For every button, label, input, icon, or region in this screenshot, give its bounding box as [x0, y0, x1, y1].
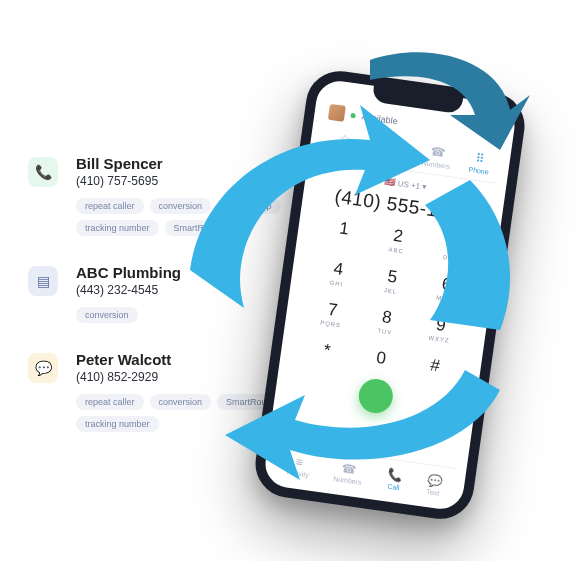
- bottom-tab-activity[interactable]: ≡Activity: [286, 454, 311, 479]
- nav-label: Text: [426, 488, 440, 497]
- message-icon: 💬: [28, 353, 58, 383]
- tab-label: Contacts: [376, 153, 404, 164]
- key-digit: 1: [316, 215, 373, 242]
- chevron-down-icon: ▾: [422, 182, 427, 191]
- flag-us-icon: 🇺🇸: [384, 176, 396, 187]
- key-1[interactable]: 1: [315, 215, 373, 249]
- tab-icon: ⠿: [469, 150, 491, 167]
- status-label: Available: [361, 111, 398, 126]
- call-log-item[interactable]: ▤ABC Plumbing(443) 232-4545conversion: [76, 264, 306, 323]
- key-#[interactable]: #: [407, 352, 464, 380]
- tag[interactable]: SmartRouter: [165, 220, 234, 236]
- call-log-item[interactable]: 📞Bill Spencer(410) 757-56952:4repeat cal…: [76, 155, 306, 236]
- caller-name: Bill Spencer: [76, 155, 306, 172]
- tab-icon: 👥: [377, 137, 406, 155]
- tab-label: Favorites: [329, 146, 358, 157]
- tag[interactable]: tracking number: [76, 220, 159, 236]
- key-0[interactable]: 0: [352, 345, 409, 373]
- tab-label: Phone: [468, 166, 489, 176]
- key-2[interactable]: 2ABC: [369, 223, 427, 257]
- tag-row: conversion: [76, 307, 306, 323]
- status-dot-icon: [350, 112, 356, 118]
- phone-screen: Available ⚙ ☆Favorites👥Contacts☎Numbers⠿…: [262, 78, 517, 512]
- bottom-tab-call[interactable]: 📞Call: [386, 467, 404, 491]
- gear-icon[interactable]: ⚙: [491, 130, 500, 141]
- top-tab-favorites[interactable]: ☆Favorites: [329, 130, 361, 157]
- key-7[interactable]: 7PQRS: [303, 296, 361, 330]
- bottom-tab-text[interactable]: 💬Text: [425, 473, 443, 497]
- key-digit: 0: [353, 345, 410, 372]
- tag[interactable]: repeat caller: [76, 394, 144, 410]
- tag[interactable]: conversion: [150, 198, 212, 214]
- key-5[interactable]: 5JKL: [363, 263, 421, 297]
- key-8[interactable]: 8TUV: [357, 304, 415, 338]
- nav-label: Call: [387, 483, 400, 492]
- avatar[interactable]: [328, 104, 346, 122]
- dial-keypad: 12ABC3DEF4GHI5JKL6MNO7PQRS8TUV9WXYZ*0#: [290, 214, 488, 382]
- dial-button[interactable]: [357, 377, 395, 415]
- bottom-nav: ≡Activity☎Numbers📞Call💬Text: [274, 443, 457, 501]
- caller-name: ABC Plumbing: [76, 264, 306, 281]
- tag[interactable]: repeat caller: [76, 198, 144, 214]
- tag[interactable]: conversion: [150, 394, 212, 410]
- bottom-tab-numbers[interactable]: ☎Numbers: [333, 460, 364, 486]
- phone-mockup: Available ⚙ ☆Favorites👥Contacts☎Numbers⠿…: [251, 67, 529, 523]
- caller-number: (443) 232-4545: [76, 283, 306, 297]
- key-9[interactable]: 9WXYZ: [411, 312, 469, 346]
- tag[interactable]: tracking number: [76, 416, 159, 432]
- top-tab-contacts[interactable]: 👥Contacts: [376, 137, 407, 164]
- key-6[interactable]: 6MNO: [417, 271, 475, 305]
- top-tab-phone[interactable]: ⠿Phone: [468, 150, 491, 176]
- key-digit: *: [298, 337, 355, 364]
- tag[interactable]: new signup: [217, 198, 281, 214]
- key-3[interactable]: 3DEF: [423, 230, 481, 264]
- tag-row: repeat callerconversionnew signuptrackin…: [76, 198, 306, 236]
- phone-incoming-icon: 📞: [28, 157, 58, 187]
- top-tab-numbers[interactable]: ☎Numbers: [421, 143, 452, 170]
- key-*[interactable]: *: [298, 337, 355, 365]
- nav-icon: 💬: [426, 473, 443, 489]
- tab-label: Numbers: [421, 159, 450, 170]
- voicemail-icon: ▤: [28, 266, 58, 296]
- key-digit: #: [407, 352, 464, 379]
- country-code: US +1: [397, 179, 421, 191]
- tab-icon: ☎: [423, 143, 453, 161]
- tag[interactable]: conversion: [76, 307, 138, 323]
- caller-number: (410) 757-5695: [76, 174, 306, 188]
- key-4[interactable]: 4GHI: [309, 256, 367, 290]
- nav-icon: 📞: [387, 467, 404, 483]
- tab-icon: ☆: [330, 130, 360, 148]
